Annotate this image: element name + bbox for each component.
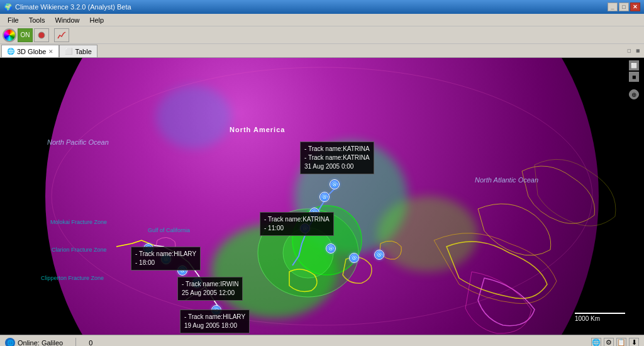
tab-3d-globe[interactable]: 🌐 3D Globe ✕ — [1, 45, 59, 57]
minimize-button[interactable]: _ — [608, 3, 618, 11]
title-bar: 🌍 Climate Wikience 3.2.0 (Analyst) Beta … — [0, 0, 644, 14]
storm-icon-hilary-2[interactable]: 🌀 — [161, 254, 171, 264]
storm-icon-hilary-1[interactable]: 🌀 — [143, 243, 153, 254]
scale-label: 1000 Km — [575, 315, 600, 322]
menu-file[interactable]: File — [3, 15, 24, 25]
table-tab-icon: ⬜ — [65, 48, 72, 55]
svg-point-4 — [283, 228, 333, 278]
online-status: Online: Galileo — [18, 339, 63, 347]
storm-icon-katrina-2[interactable]: 🌀 — [319, 192, 330, 202]
tab-minimize-icon[interactable]: ◻ — [625, 47, 633, 54]
storm-icon-katrina-4[interactable]: 🌀 — [300, 223, 310, 233]
coordinate-display: 0 — [89, 339, 92, 347]
record-button[interactable] — [34, 28, 49, 42]
tab-maximize-icon[interactable]: ◼ — [634, 47, 641, 54]
main-content: 🌀 🌀 🌀 🌀 🌀 🌀 🌀 🌀 🌀 🌀 🌀 🌀 - Track name:KAT… — [0, 58, 644, 335]
storm-icon-katrina-7[interactable]: 🌀 — [374, 250, 384, 260]
storm-icon-irwin[interactable]: 🌀 — [192, 278, 202, 288]
status-btn-1[interactable]: 🌐 — [591, 338, 601, 347]
app-icon: 🌍 — [4, 3, 13, 11]
status-bar: 🌐 Online: Galileo 0 🌐 ⚙ 📋 ⬇ — [0, 335, 644, 346]
globe-status-icon: 🌐 — [5, 338, 15, 347]
storm-icon-hilary-4[interactable]: 🌀 — [211, 305, 221, 315]
tab-table[interactable]: ⬜ Table — [59, 45, 97, 57]
toolbar: ON — [0, 26, 644, 44]
tab-table-label: Table — [75, 48, 91, 55]
maximize-button[interactable]: □ — [619, 3, 629, 11]
scale-bar: 1000 Km — [575, 313, 625, 322]
data-toggle-button[interactable]: ON — [18, 28, 33, 42]
color-wheel-button[interactable] — [3, 28, 16, 42]
storm-icon-hilary-3[interactable]: 🌀 — [177, 265, 187, 276]
menu-help[interactable]: Help — [85, 15, 109, 25]
storm-icon-katrina-3[interactable]: 🌀 — [309, 208, 319, 218]
tab-3d-globe-label: 3D Globe — [17, 48, 46, 55]
tab-3d-globe-close[interactable]: ✕ — [48, 48, 53, 55]
menu-tools[interactable]: Tools — [24, 15, 50, 25]
rotate-control[interactable]: ⊕ — [629, 89, 639, 99]
storm-icon-katrina-1[interactable]: 🌀 — [330, 179, 340, 189]
tab-bar: 🌐 3D Globe ✕ ⬜ Table ◻ ◼ — [0, 44, 644, 58]
storm-icon-katrina-6[interactable]: 🌀 — [349, 253, 359, 263]
close-button[interactable]: ✕ — [630, 3, 640, 11]
chart-button[interactable] — [54, 28, 69, 42]
status-btn-2[interactable]: ⚙ — [604, 338, 614, 347]
menu-window[interactable]: Window — [50, 15, 84, 25]
menu-bar: File Tools Window Help — [0, 14, 644, 26]
right-controls: ⬜ ◼ ⊕ — [629, 60, 639, 99]
zoom-fit-button[interactable]: ⬜ — [629, 60, 639, 70]
status-btn-3[interactable]: 📋 — [616, 338, 626, 347]
svg-point-0 — [38, 32, 45, 38]
globe-tab-icon: 🌐 — [7, 48, 14, 55]
window-title: Climate Wikience 3.2.0 (Analyst) Beta — [15, 3, 131, 11]
status-btn-4[interactable]: ⬇ — [629, 338, 639, 347]
storm-icon-katrina-5[interactable]: 🌀 — [326, 243, 336, 254]
zoom-full-button[interactable]: ◼ — [629, 72, 639, 82]
